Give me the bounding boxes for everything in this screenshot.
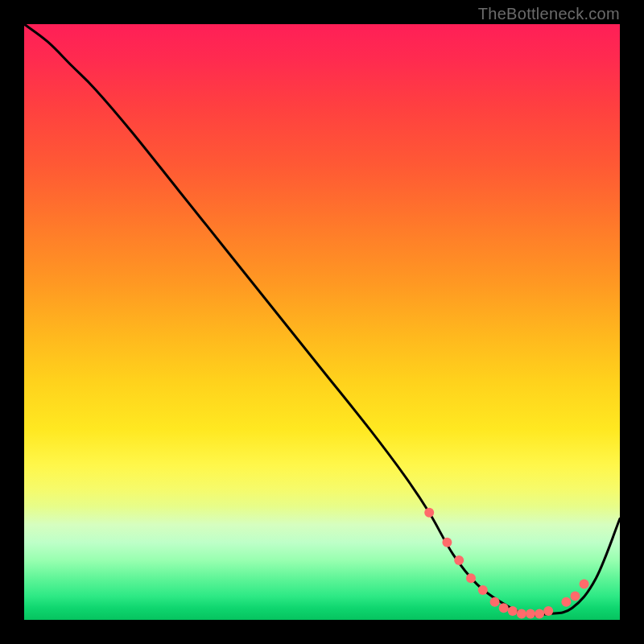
highlight-dot: [580, 580, 589, 589]
highlight-dot: [517, 609, 526, 619]
highlight-dot: [543, 606, 553, 616]
watermark-text: TheBottleneck.com: [478, 5, 620, 23]
highlight-dot: [478, 585, 488, 595]
highlight-dot: [508, 606, 518, 616]
highlight-dot: [424, 508, 434, 518]
highlight-dot: [442, 538, 452, 547]
highlight-dot: [561, 597, 571, 607]
plot-area: [24, 24, 620, 620]
bottleneck-curve: [24, 24, 620, 615]
highlight-dot: [499, 603, 509, 613]
curve-svg: [24, 24, 620, 620]
highlight-dot: [466, 573, 476, 583]
highlight-dot: [571, 591, 580, 601]
highlight-dot: [526, 609, 535, 619]
chart-frame: TheBottleneck.com: [0, 0, 644, 644]
highlight-dot: [490, 597, 500, 607]
highlight-dots: [424, 508, 588, 619]
highlight-dot: [535, 609, 544, 619]
highlight-dot: [454, 555, 464, 565]
